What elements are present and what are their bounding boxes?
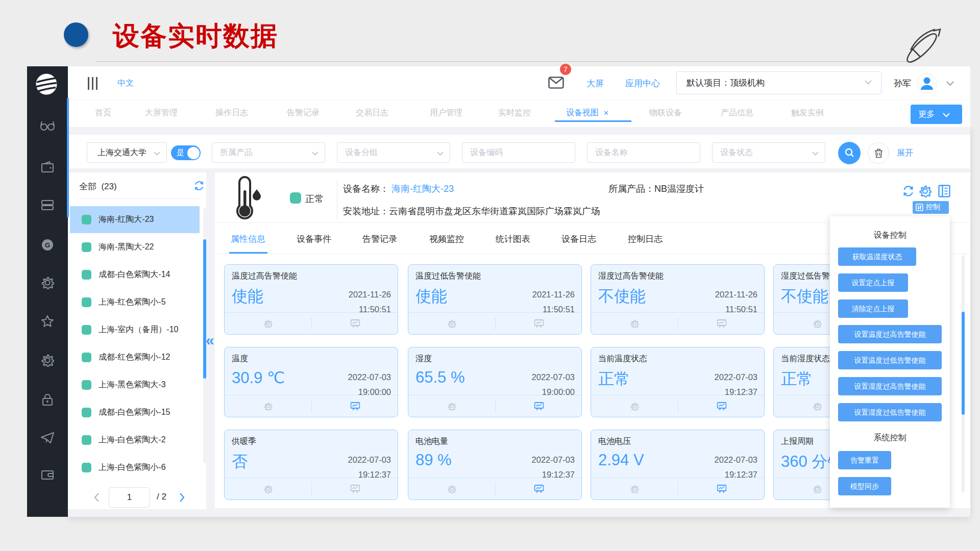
svg-text:G: G <box>45 241 50 249</box>
